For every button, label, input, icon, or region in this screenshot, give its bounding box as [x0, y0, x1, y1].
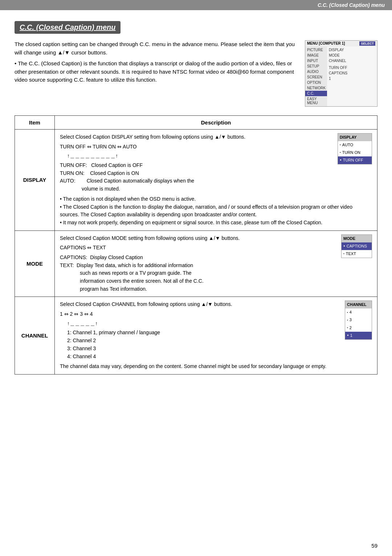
menu-right-mode: MODE	[327, 53, 377, 58]
bullet-auto: •	[340, 143, 341, 147]
display-dropdown: DISPLAY • AUTO • TURN ON ● TURN OFF	[338, 133, 372, 164]
item-channel: CHANNEL	[15, 297, 55, 375]
item-display: DISPLAY	[15, 130, 55, 231]
mode-captions-label: CAPTIONS	[347, 243, 367, 249]
display-turnon-label: TURN ON	[342, 150, 360, 156]
table-row-display: DISPLAY DISPLAY • AUTO • TURN ON	[15, 130, 377, 231]
bullet-ch2: •	[347, 326, 348, 330]
display-note1: • The caption is not displayed when the …	[60, 195, 372, 203]
table-row-mode: MODE MODE ● CAPTIONS • TEXT	[15, 230, 377, 297]
item-mode: MODE	[15, 230, 55, 297]
item-channel-label: CHANNEL	[21, 332, 48, 339]
menu-right-captions: CAPTIONS	[327, 70, 377, 76]
display-desc-line1: Select Closed Caption DISPLAY setting fr…	[60, 133, 372, 141]
channel-dd-4: • 4	[345, 308, 372, 316]
mode-sequence: CAPTIONS ⇔ TEXT	[60, 244, 372, 252]
channel-note: The channel data may vary, depending on …	[60, 363, 372, 371]
display-dd-turnon: • TURN ON	[338, 149, 372, 156]
menu-item-easymenu: EASY MENU	[305, 96, 327, 106]
header-title: C.C. (Closed Caption) menu	[318, 2, 385, 8]
display-turnoff-desc: TURN OFF: Closed Caption is OFF	[60, 162, 372, 169]
bullet-captions: ●	[343, 244, 345, 248]
display-sequence: TURN OFF ⇔ TURN ON ⇔ AUTO	[60, 143, 372, 151]
menu-body: PICTURE IMAGE INPUT SETUP AUDIO SCREEN O…	[305, 46, 377, 106]
page-header-bar: C.C. (Closed Caption) menu	[0, 0, 392, 10]
channel-dd-1: ● 1	[345, 332, 372, 339]
display-note2: • The Closed Caption is the function to …	[60, 203, 372, 219]
mode-text-label: TEXT	[346, 251, 356, 257]
bullet-ch4: •	[347, 310, 348, 315]
main-table: Item Description DISPLAY DISPLAY • AUTO	[15, 115, 377, 375]
menu-screenshot-header: MENU [COMPUTER 1] SELECT	[305, 41, 377, 46]
item-display-label: DISPLAY	[23, 177, 46, 183]
channel-dropdown: CHANNEL • 4 • 3 • 2	[345, 301, 372, 339]
mode-dropdown: MODE ● CAPTIONS • TEXT	[341, 234, 372, 258]
menu-select-btn: SELECT	[359, 41, 375, 46]
menu-item-setup: SETUP	[305, 64, 327, 69]
channel-1-desc: 1: Channel 1, primary channel / language	[67, 329, 372, 337]
item-mode-label: MODE	[26, 261, 43, 267]
bullet-turnon: •	[340, 150, 341, 155]
mode-text-desc: TEXT: Display Text data, which is for ad…	[60, 262, 372, 293]
menu-item-cc: C.C.	[305, 91, 327, 96]
mode-captions-desc: CAPTIONS: Display Closed Caption	[60, 254, 372, 262]
channel-dd-header: CHANNEL	[345, 301, 372, 308]
table-row-channel: CHANNEL CHANNEL • 4 • 3	[15, 297, 377, 375]
channel-dd-2: • 2	[345, 324, 372, 332]
channel-dd-3: • 3	[345, 316, 372, 324]
menu-right-1: 1	[327, 76, 377, 81]
menu-item-input: INPUT	[305, 58, 327, 64]
channel-3-desc: 3: Channel 3	[67, 345, 372, 353]
desc-display: DISPLAY • AUTO • TURN ON ● TURN OFF	[55, 130, 377, 231]
bullet-turnoff: ●	[340, 158, 342, 162]
menu-left-col: PICTURE IMAGE INPUT SETUP AUDIO SCREEN O…	[305, 46, 327, 106]
bullet-text: •	[343, 252, 344, 256]
channel-arrow-line: ↑＿＿＿＿＿↑	[67, 320, 372, 328]
menu-right-channel: CHANNEL	[327, 58, 377, 64]
bullet-ch1: ●	[347, 333, 349, 338]
mode-desc-line1: Select Closed Caption MODE setting from …	[60, 234, 372, 242]
menu-item-picture: PICTURE	[305, 47, 327, 53]
menu-item-network: NETWORK	[305, 85, 327, 91]
menu-screenshot: MENU [COMPUTER 1] SELECT PICTURE IMAGE I…	[305, 40, 377, 107]
display-dd-auto: • AUTO	[338, 141, 372, 149]
menu-item-audio: AUDIO	[305, 69, 327, 74]
display-note3: • It may not work properly, depending on…	[60, 219, 372, 227]
display-turnoff-label: TURN OFF	[343, 157, 363, 163]
menu-computer-label: MENU [COMPUTER 1]	[307, 41, 345, 46]
menu-item-option: OPTION	[305, 80, 327, 85]
channel-4-desc: 4: Channel 4	[67, 353, 372, 361]
mode-dd-header: MODE	[342, 235, 372, 242]
menu-item-image: IMAGE	[305, 53, 327, 58]
page-number: 59	[371, 543, 377, 549]
channel-3-label: 3	[350, 317, 352, 323]
intro-section: The closed caption setting can be change…	[15, 40, 377, 107]
channel-desc-line1: Select Closed Caption CHANNEL from follo…	[60, 301, 372, 308]
desc-mode: MODE ● CAPTIONS • TEXT Select Closed Cap…	[55, 230, 377, 297]
intro-para2: • The C.C. (Closed Caption) is the funct…	[15, 60, 298, 84]
channel-2-label: 2	[350, 325, 352, 331]
display-auto-label: AUTO	[342, 142, 353, 148]
display-turnon-desc: TURN ON: Closed Caption is ON	[60, 169, 372, 177]
display-arrow-line: ↑＿＿＿＿＿＿＿＿＿↑	[67, 152, 372, 160]
display-auto-desc: AUTO: Closed Caption automatically displ…	[60, 177, 372, 193]
col-header-desc: Description	[55, 116, 377, 130]
menu-right-display: DISPLAY	[327, 47, 377, 53]
menu-right-turnoff: TURN OFF	[327, 65, 377, 70]
page-title: C.C. (Closed Caption) menu	[15, 21, 121, 34]
mode-dd-text: • TEXT	[342, 250, 372, 258]
display-dd-turnoff: ● TURN OFF	[338, 156, 372, 164]
display-dd-header: DISPLAY	[338, 134, 372, 141]
menu-item-screen: SCREEN	[305, 74, 327, 80]
channel-4-label: 4	[350, 309, 352, 315]
channel-2-desc: 2: Channel 2	[67, 337, 372, 345]
col-header-item: Item	[15, 116, 55, 130]
intro-text: The closed caption setting can be change…	[15, 40, 298, 84]
intro-para1: The closed caption setting can be change…	[15, 40, 298, 57]
channel-1-label: 1	[350, 332, 352, 339]
mode-dd-captions: ● CAPTIONS	[342, 242, 372, 250]
bullet-ch3: •	[347, 318, 348, 322]
desc-channel: CHANNEL • 4 • 3 • 2	[55, 297, 377, 375]
menu-right-col: DISPLAY MODE CHANNEL TURN OFF CAPTIONS 1	[327, 46, 377, 106]
channel-sequence: 1 ⇔ 2 ⇔ 3 ⇔ 4	[60, 310, 372, 318]
